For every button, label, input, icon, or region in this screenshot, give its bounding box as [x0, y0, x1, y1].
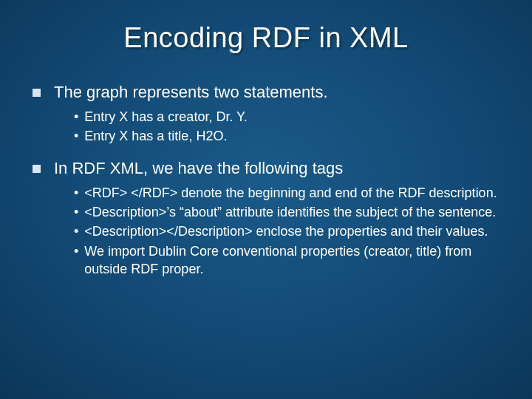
dot-bullet-icon: • — [74, 203, 78, 221]
bullet-text: <RDF> </RDF> denote the beginning and en… — [84, 184, 497, 202]
sub-bullet-list: • Entry X has a creator, Dr. Y. • Entry … — [74, 108, 502, 146]
square-bullet-icon — [33, 89, 41, 97]
bullet-level2: • <Description></Description> enclose th… — [74, 222, 502, 240]
dot-bullet-icon: • — [74, 108, 78, 126]
bullet-level2: • <RDF> </RDF> denote the beginning and … — [74, 184, 502, 202]
square-bullet-icon — [33, 165, 41, 173]
bullet-level2: • Entry X has a title, H2O. — [74, 127, 502, 145]
dot-bullet-icon: • — [74, 222, 78, 240]
bullet-text: Entry X has a title, H2O. — [84, 127, 227, 145]
bullet-text: In RDF XML, we have the following tags — [54, 158, 343, 180]
bullet-level2: • We import Dublin Core conventional pro… — [74, 242, 502, 279]
bullet-level2: • <Description>’s “about” attribute iden… — [74, 203, 502, 221]
dot-bullet-icon: • — [74, 242, 78, 260]
slide: Encoding RDF in XML The graph represents… — [0, 0, 532, 399]
bullet-text: <Description></Description> enclose the … — [84, 222, 488, 240]
bullet-text: Entry X has a creator, Dr. Y. — [84, 108, 247, 126]
bullet-text: We import Dublin Core conventional prope… — [84, 242, 502, 279]
bullet-level1: The graph represents two statements. — [30, 82, 502, 103]
sub-bullet-list: • <RDF> </RDF> denote the beginning and … — [74, 184, 502, 278]
slide-title: Encoding RDF in XML — [30, 22, 502, 54]
bullet-text: <Description>’s “about” attribute identi… — [84, 203, 496, 221]
bullet-level2: • Entry X has a creator, Dr. Y. — [74, 108, 502, 126]
bullet-text: The graph represents two statements. — [54, 82, 328, 103]
bullet-level1: In RDF XML, we have the following tags — [30, 158, 502, 180]
dot-bullet-icon: • — [74, 184, 78, 202]
dot-bullet-icon: • — [74, 127, 78, 145]
